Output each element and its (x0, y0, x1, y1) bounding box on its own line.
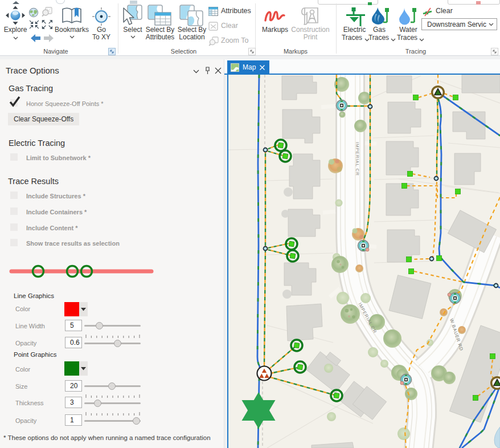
svg-text:IMPERIAL CR: IMPERIAL CR (355, 142, 360, 176)
